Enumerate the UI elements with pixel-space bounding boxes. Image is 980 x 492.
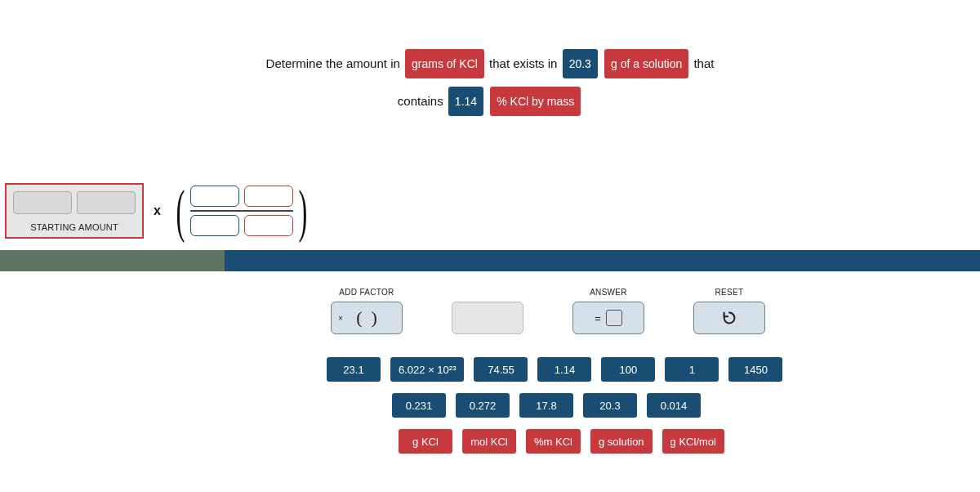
add-factor-button[interactable]: × ( ) (331, 302, 403, 334)
prompt-text: contains (398, 94, 443, 108)
divider-stripe-right (225, 250, 980, 271)
prompt-line-2: contains 1.14 % KCl by mass (0, 87, 980, 116)
blank-col (452, 288, 523, 334)
prompt-text: Determine the amount in (266, 56, 400, 70)
prompt-line-1: Determine the amount in grams of KCl tha… (0, 49, 980, 78)
prompt-text: that (693, 56, 714, 70)
prompt-pill-mass: 20.3 (563, 49, 598, 78)
denominator (190, 215, 293, 236)
reset-label: RESET (715, 288, 744, 297)
undo-icon (720, 309, 738, 327)
divider-stripe-left (0, 250, 225, 271)
value-chip[interactable]: 23.1 (327, 357, 381, 382)
answer-box-icon (606, 310, 622, 326)
value-chip[interactable]: 0.272 (456, 393, 510, 418)
unit-chip[interactable]: mol KCl (462, 429, 516, 454)
paren-left: ( (176, 181, 185, 240)
panel-area: ADD FACTOR × ( ) ANSWER = RESET (0, 271, 980, 334)
value-chip[interactable]: 74.55 (474, 357, 528, 382)
reset-button[interactable] (693, 302, 765, 334)
blank-button[interactable] (452, 302, 523, 334)
add-factor-parens: ( ) (356, 307, 377, 329)
prompt-pill-percent-value: 1.14 (448, 87, 483, 116)
panel-row: ADD FACTOR × ( ) ANSWER = RESET (331, 288, 980, 334)
value-chip[interactable]: 0.231 (392, 393, 446, 418)
value-chip[interactable]: 20.3 (583, 393, 637, 418)
chip-row-2: 0.231 0.272 17.8 20.3 0.014 (327, 393, 980, 418)
denominator-unit-slot[interactable] (244, 215, 293, 236)
value-chip[interactable]: 1.14 (537, 357, 591, 382)
unit-chip[interactable]: g KCl/mol (662, 429, 724, 454)
chips-area: 23.1 6.022 × 10²³ 74.55 1.14 100 1 1450 … (0, 357, 980, 454)
starting-amount-unit-slot[interactable] (77, 191, 136, 214)
answer-button[interactable]: = (572, 302, 644, 334)
value-chip[interactable]: 1 (665, 357, 719, 382)
unit-chip[interactable]: %m KCl (526, 429, 581, 454)
unit-chip[interactable]: g KCl (399, 429, 452, 454)
prompt-text: that exists in (489, 56, 557, 70)
starting-amount-value-slot[interactable] (13, 191, 72, 214)
prompt-pill-percent-label: % KCl by mass (490, 87, 581, 116)
answer-col: ANSWER = (572, 288, 644, 334)
numerator-unit-slot[interactable] (244, 186, 293, 207)
factor-group: ( ) (171, 181, 313, 240)
numerator-value-slot[interactable] (190, 186, 239, 207)
answer-label: ANSWER (590, 288, 627, 297)
value-chip[interactable]: 1450 (728, 357, 782, 382)
starting-amount-slots (13, 191, 136, 214)
value-chip[interactable]: 6.022 × 10²³ (390, 357, 464, 382)
reset-col: RESET (693, 288, 765, 334)
add-factor-x: × (338, 314, 343, 323)
chip-row-1: 23.1 6.022 × 10²³ 74.55 1.14 100 1 1450 (327, 357, 980, 382)
value-chip[interactable]: 100 (601, 357, 655, 382)
chip-row-3: g KCl mol KCl %m KCl g solution g KCl/mo… (327, 429, 980, 454)
starting-amount-label: STARTING AMOUNT (30, 222, 118, 232)
value-chip[interactable]: 0.014 (647, 393, 701, 418)
multiply-symbol: x (154, 204, 161, 218)
denominator-value-slot[interactable] (190, 215, 239, 236)
prompt-pill-target: grams of KCl (405, 49, 484, 78)
paren-right: ) (298, 181, 307, 240)
factor-fraction (190, 186, 293, 236)
unit-chip[interactable]: g solution (590, 429, 653, 454)
prompt-area: Determine the amount in grams of KCl tha… (0, 0, 980, 157)
prompt-pill-solution: g of a solution (604, 49, 688, 78)
equation-row: STARTING AMOUNT x ( ) (0, 181, 980, 240)
divider-stripe (0, 250, 980, 271)
equals-sign: = (595, 312, 601, 324)
add-factor-label: ADD FACTOR (339, 288, 394, 297)
value-chip[interactable]: 17.8 (519, 393, 573, 418)
blank-label (486, 288, 488, 297)
starting-amount-box[interactable]: STARTING AMOUNT (5, 183, 144, 239)
fraction-bar (190, 210, 293, 212)
numerator (190, 186, 293, 207)
add-factor-col: ADD FACTOR × ( ) (331, 288, 403, 334)
answer-inner: = (595, 310, 622, 326)
